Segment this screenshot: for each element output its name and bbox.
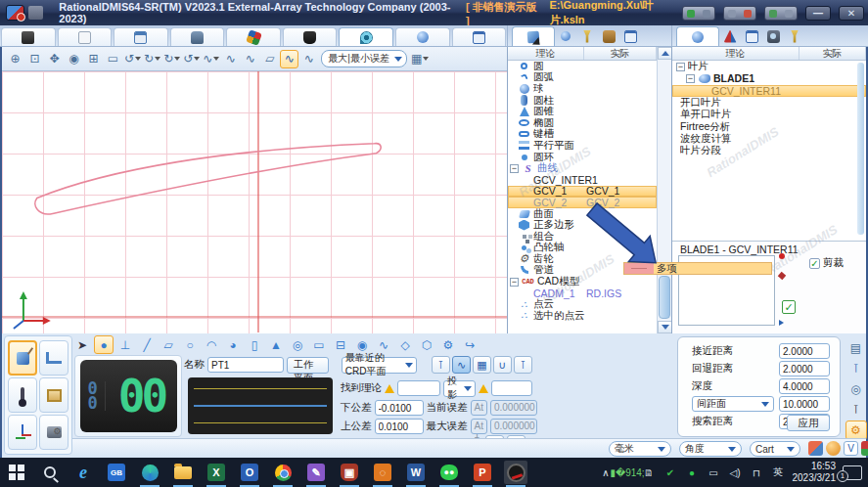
measure-element-button[interactable] [8,340,37,376]
curve-active-icon[interactable]: ∿ [280,50,298,68]
right-tab-camera[interactable] [762,27,784,45]
projection-select[interactable]: 投影 [443,380,476,397]
tab-report[interactable] [58,27,113,46]
titlebar-tool-group-1[interactable] [682,6,715,21]
apply-button[interactable]: 应用 [787,415,830,431]
tray-shield-icon[interactable]: ✔ [663,466,678,479]
probe-view-tab[interactable]: ⊺ [432,356,450,374]
upper-tol-input[interactable] [375,419,424,434]
workplane-button[interactable]: 工作平面 [287,357,329,374]
taskbar-clock[interactable]: 16:53 2023/3/21 [793,461,837,484]
tab-grid[interactable] [114,27,168,46]
probe2-view-tab[interactable]: ⊺ [514,356,532,374]
mid-tab-table[interactable] [619,27,641,45]
coordinate-icon[interactable]: ⊥ [115,335,135,354]
taskbar-explorer[interactable] [171,461,195,484]
collapse-icon[interactable] [510,278,519,287]
tree-item-torus[interactable]: 圆环 [508,152,657,163]
spacing-input[interactable] [779,396,830,412]
tree-item-waviness-calc[interactable]: 波纹度计算 [672,133,866,145]
dialog-icon[interactable]: ▭ [104,50,122,68]
arc-icon[interactable]: ◠ [202,335,221,354]
mid-tab-sphere[interactable] [555,27,576,45]
name-input[interactable] [207,357,284,373]
tab-monitor[interactable] [452,27,507,46]
taskbar-rationaldmis[interactable] [504,461,527,484]
right-tab-flag[interactable] [784,27,805,45]
taskbar-gb-app[interactable]: GB [105,461,128,484]
spacing-select[interactable]: 间距面 [692,396,774,412]
plane-icon[interactable]: ▱ [159,335,178,354]
start-button[interactable] [5,461,28,484]
taskbar-design-app[interactable]: ✎ [304,461,328,484]
tray-volume-icon[interactable]: ◁) [728,466,743,479]
rotate-left-icon[interactable]: ↺ [123,50,142,68]
tree-item-blade-segment[interactable]: 叶片分段 [672,145,866,156]
cad-view-icon[interactable]: ▦ [410,50,430,68]
tree-item-blade-root[interactable]: 叶片 [672,61,866,72]
tray-gamebar-icon[interactable]: ▮�914; [620,466,635,479]
tab-view[interactable] [339,27,393,46]
right-tab-view[interactable] [676,26,719,46]
probe-blue-icon[interactable]: ⊺ [845,359,867,378]
pick-tool-icon[interactable]: ➤ [72,335,92,354]
tree-item-curve-group[interactable]: 曲线 [508,162,657,174]
curve-a-icon[interactable]: ∿ [221,50,240,68]
move-icon[interactable]: ⊕ [6,50,24,68]
scroll-up-icon[interactable] [658,47,671,60]
plot-status-icon[interactable] [808,441,823,456]
tree-item-cadm1[interactable]: CADM_1RD.IGS [508,288,657,299]
pipe-icon[interactable]: ↪ [460,335,480,354]
sphere-icon[interactable]: ◕ [223,335,243,354]
mid-tab-material[interactable] [598,27,619,45]
mid-tab-solid[interactable] [512,26,555,46]
machine-button[interactable] [39,415,69,450]
tab-flask[interactable] [283,27,338,46]
tree-item-gcv1[interactable]: GCV_1GCV_1 [508,186,657,198]
tree-item-gcv-inter11[interactable]: GCV_INTER11 [672,85,866,97]
taskbar-doc-viewer[interactable]: ◌ [371,461,394,484]
tray-network-icon[interactable]: ⊓ [750,466,764,479]
lower-tol-input[interactable] [375,400,424,416]
tray-wechat-icon[interactable]: ● [685,466,700,479]
right-tab-grid[interactable] [741,27,762,45]
retract-input[interactable] [779,361,830,376]
polygon-icon[interactable]: ⬡ [417,335,436,354]
fixture-button[interactable] [39,377,69,413]
fit-window-icon[interactable]: ⊞ [84,50,103,68]
pan-icon[interactable]: ✥ [45,50,64,68]
line-icon[interactable]: ╱ [137,335,157,354]
tree-item-circle[interactable]: 圆 [508,61,657,72]
column-theory[interactable]: 理论 [672,47,799,60]
calculator-tab[interactable]: ▦ [473,356,491,374]
circle-icon[interactable]: ○ [180,335,200,354]
tree-item-parallel-planes[interactable]: 平行平面 [508,140,657,152]
coordinate-button[interactable] [8,415,37,450]
tree-item-open-blade[interactable]: 开口叶片 [672,97,866,109]
tray-device-icon[interactable]: ▭ [707,466,721,479]
taskbar-outlook[interactable]: O [238,461,261,484]
tab-probe[interactable] [170,27,225,46]
grid-status-icon[interactable] [861,441,868,456]
tree-item-arc[interactable]: 圆弧 [508,72,657,84]
tree-item-blade1[interactable]: BLADE1 [672,72,866,84]
curve-tail-icon[interactable]: ∿ [299,50,318,68]
units-select[interactable]: 毫米 [609,441,671,457]
mid-tab-ytool[interactable] [576,27,598,45]
scroll-down-icon[interactable] [658,321,671,333]
tree-item-cad-model[interactable]: CAD模型 [508,276,657,288]
scrollbar-thumb[interactable] [659,276,670,319]
slot-icon[interactable]: ▭ [309,335,329,354]
magnifier-icon[interactable]: ◎ [845,379,867,399]
find-theory-input[interactable] [397,380,440,396]
chart-view-tab[interactable]: ∿ [452,356,471,374]
column-theory[interactable]: 理论 [508,47,584,60]
tray-doc-icon[interactable]: 🗎︎ [642,466,657,479]
probe-dark-icon[interactable]: ⊺ [845,400,867,420]
minimize-button[interactable]: — [805,6,831,21]
cone-icon[interactable]: ▲ [266,335,286,354]
tree-item-selected-pointcloud[interactable]: 选中的点云 [508,310,657,322]
close-button[interactable]: ✕ [839,6,864,21]
right-scrollbar[interactable] [857,63,864,235]
gear-icon[interactable]: ⚙ [438,335,458,354]
